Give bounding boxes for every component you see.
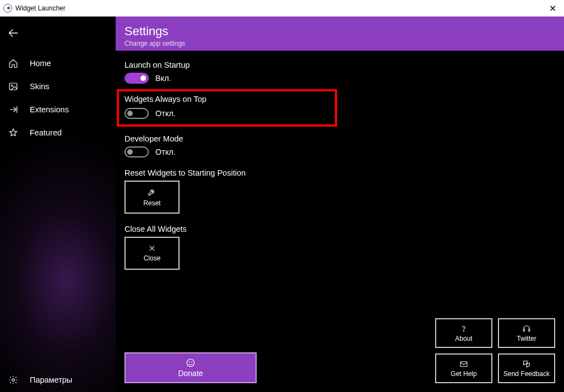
svg-rect-8 bbox=[528, 329, 530, 331]
setting-developer-mode: Developer Mode Откл. bbox=[124, 134, 555, 157]
headset-icon bbox=[522, 324, 531, 333]
donate-button[interactable]: Donate bbox=[124, 352, 257, 383]
smiley-icon bbox=[186, 358, 196, 368]
toggle-developer-mode[interactable] bbox=[124, 146, 149, 157]
sidebar-item-featured[interactable]: Featured bbox=[0, 121, 116, 144]
setting-launch-on-startup: Launch on Startup Вкл. bbox=[124, 61, 555, 84]
toggle-state-text: Откл. bbox=[155, 148, 176, 156]
svg-rect-9 bbox=[460, 362, 467, 367]
svg-point-4 bbox=[189, 362, 189, 362]
gear-icon bbox=[8, 374, 19, 385]
setting-label: Close All Widgets bbox=[124, 225, 555, 233]
sidebar-item-extensions[interactable]: Extensions bbox=[0, 98, 116, 121]
svg-rect-0 bbox=[9, 83, 17, 90]
window-titlebar: Widget Launcher ✕ bbox=[0, 0, 564, 17]
svg-point-6 bbox=[463, 330, 464, 331]
twitter-button[interactable]: Twitter bbox=[498, 318, 555, 348]
setting-label: Developer Mode bbox=[124, 134, 555, 143]
svg-point-5 bbox=[192, 362, 192, 362]
reset-button[interactable]: Reset bbox=[124, 181, 180, 214]
window-title: Widget Launcher bbox=[15, 4, 66, 12]
button-label: Reset bbox=[143, 199, 160, 207]
toggle-always-on-top[interactable] bbox=[124, 108, 149, 119]
page-title: Settings bbox=[124, 24, 555, 39]
sidebar-item-home[interactable]: Home bbox=[0, 52, 116, 75]
close-all-button[interactable]: Close bbox=[124, 237, 180, 270]
sidebar-item-label: Skins bbox=[30, 82, 49, 91]
button-label: Donate bbox=[178, 369, 203, 378]
svg-point-1 bbox=[11, 85, 13, 86]
sidebar: Home Skins Extensions Featured bbox=[0, 17, 116, 392]
svg-point-2 bbox=[12, 379, 15, 382]
toggle-launch-on-startup[interactable] bbox=[124, 73, 149, 84]
svg-point-3 bbox=[187, 359, 194, 367]
window-close-button[interactable]: ✕ bbox=[546, 3, 560, 14]
setting-label: Widgets Always on Top bbox=[124, 95, 329, 104]
app-icon bbox=[3, 4, 12, 13]
sidebar-item-label: Home bbox=[30, 59, 51, 68]
main-pane: Settings Change app settings Launch on S… bbox=[116, 17, 564, 392]
button-label: Get Help bbox=[451, 370, 476, 378]
sidebar-item-label: Extensions bbox=[30, 105, 69, 114]
highlighted-setting-box: Widgets Always on Top Откл. bbox=[117, 89, 337, 127]
svg-rect-7 bbox=[523, 329, 525, 331]
back-button[interactable] bbox=[0, 22, 26, 44]
feedback-icon bbox=[522, 360, 532, 368]
star-icon bbox=[8, 127, 19, 138]
button-label: Send Feedback bbox=[503, 370, 550, 378]
toggle-state-text: Вкл. bbox=[155, 74, 171, 83]
page-subtitle: Change app settings bbox=[124, 40, 555, 47]
setting-reset-widgets: Reset Widgets to Starting Position Reset bbox=[124, 168, 555, 214]
button-label: Close bbox=[144, 254, 161, 262]
setting-label: Launch on Startup bbox=[124, 61, 555, 69]
sidebar-item-settings[interactable]: Параметры bbox=[0, 368, 116, 392]
send-feedback-button[interactable]: Send Feedback bbox=[498, 353, 555, 383]
sidebar-item-skins[interactable]: Skins bbox=[0, 75, 116, 98]
wrench-icon bbox=[147, 187, 157, 197]
setting-close-all-widgets: Close All Widgets Close bbox=[124, 225, 555, 270]
about-button[interactable]: About bbox=[435, 318, 492, 348]
close-icon bbox=[148, 244, 156, 252]
toggle-state-text: Откл. bbox=[155, 109, 176, 118]
sidebar-item-label: Параметры bbox=[30, 375, 72, 384]
get-help-button[interactable]: Get Help bbox=[435, 353, 492, 383]
sidebar-item-label: Featured bbox=[30, 128, 62, 137]
button-label: Twitter bbox=[517, 335, 536, 342]
arrow-right-icon bbox=[8, 104, 19, 115]
image-icon bbox=[8, 81, 19, 92]
mail-icon bbox=[459, 360, 468, 368]
button-label: About bbox=[455, 335, 472, 342]
setting-always-on-top: Widgets Always on Top Откл. bbox=[124, 95, 329, 119]
home-icon bbox=[8, 58, 19, 69]
question-icon bbox=[459, 324, 468, 333]
settings-header: Settings Change app settings bbox=[116, 17, 564, 51]
setting-label: Reset Widgets to Starting Position bbox=[124, 168, 555, 177]
